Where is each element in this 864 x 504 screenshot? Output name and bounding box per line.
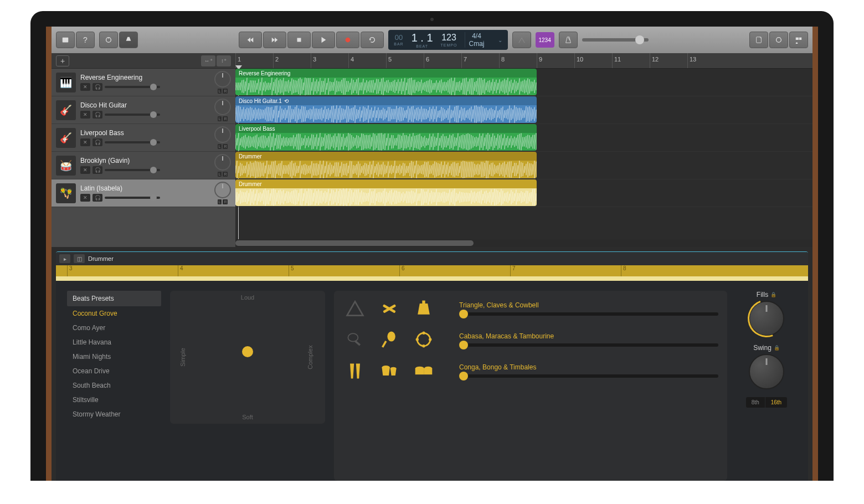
tuner-button[interactable] <box>512 32 531 48</box>
swing-8th-button[interactable]: 8th <box>746 397 765 408</box>
mute-button[interactable]: ✕ <box>80 111 90 119</box>
timeline-ruler[interactable]: 12345678910111213 <box>235 53 812 69</box>
track-header[interactable]: 🎸Disco Hit Guitar✕🎧LR <box>52 96 235 124</box>
lcd-display[interactable]: 00BAR 1 . 1BEAT 123TEMPO 4/4 Cmaj ⌄ <box>388 30 507 50</box>
track-header[interactable]: 🎹Reverse Engineering✕🎧LR <box>52 69 235 96</box>
mute-button[interactable]: ✕ <box>80 166 90 174</box>
editor-ruler[interactable]: 345678 <box>56 265 808 276</box>
preset-item[interactable]: Little Havana <box>67 335 161 349</box>
xy-puck[interactable] <box>242 346 253 357</box>
timbales-icon[interactable] <box>412 358 436 383</box>
horizontal-scrollbar[interactable] <box>235 239 812 247</box>
region-lane[interactable]: Liverpool Bass <box>235 124 812 152</box>
lcd-dropdown-icon[interactable]: ⌄ <box>498 37 502 43</box>
cabasa-icon[interactable] <box>343 327 367 352</box>
master-volume-slider[interactable] <box>582 38 649 42</box>
mute-button[interactable]: ✕ <box>80 194 90 202</box>
tambourine-icon[interactable] <box>412 327 436 352</box>
track-header[interactable]: 🥁Brooklyn (Gavin)✕🎧LR <box>52 152 235 179</box>
fills-knob[interactable] <box>749 301 784 336</box>
metronome-button[interactable] <box>559 32 578 48</box>
arrange-area[interactable]: 12345678910111213 Reverse EngineeringDis… <box>235 53 812 247</box>
volume-slider[interactable] <box>105 114 160 116</box>
region-lane[interactable]: Drummer <box>235 152 812 179</box>
ruler-mark: 7 <box>461 53 469 68</box>
preset-item[interactable]: Como Ayer <box>67 321 161 335</box>
horizontal-zoom-button[interactable]: ↔⁺ <box>201 55 215 66</box>
region-lane[interactable]: Reverse Engineering <box>235 69 812 96</box>
volume-slider[interactable] <box>105 86 160 88</box>
library-button[interactable] <box>56 32 75 48</box>
xy-label-simple: Simple <box>179 348 186 367</box>
volume-slider[interactable] <box>105 141 160 143</box>
solo-headphones-button[interactable]: 🎧 <box>92 111 102 119</box>
mute-button[interactable]: ✕ <box>80 138 90 146</box>
solo-headphones-button[interactable]: 🎧 <box>92 194 102 202</box>
track-header[interactable]: 🎸Liverpool Bass✕🎧LR <box>52 124 235 152</box>
preset-item[interactable]: Stormy Weather <box>67 407 161 421</box>
track-instrument-icon: 🪇 <box>56 183 76 203</box>
preset-item[interactable]: Coconut Grove <box>67 306 161 321</box>
swing-16th-button[interactable]: 16th <box>765 397 787 408</box>
media-browser-button[interactable] <box>789 32 808 48</box>
solo-headphones-button[interactable]: 🎧 <box>92 83 102 91</box>
triangle-icon[interactable] <box>343 296 367 321</box>
ruler-mark: 3 <box>311 53 318 68</box>
audio-region[interactable]: Liverpool Bass <box>235 124 537 151</box>
percussion-amount-slider[interactable] <box>459 374 718 378</box>
audio-region[interactable]: Reverse Engineering <box>235 69 537 95</box>
percussion-amount-slider[interactable] <box>459 312 718 316</box>
play-button[interactable] <box>312 32 335 48</box>
vertical-zoom-button[interactable]: ↕⁺ <box>217 55 231 66</box>
pan-knob[interactable] <box>214 71 231 88</box>
track-header[interactable]: 🪇Latin (Isabela)✕🎧LR <box>52 179 235 207</box>
editor-region-strip[interactable] <box>56 276 808 281</box>
editors-button[interactable] <box>119 32 138 48</box>
add-track-button[interactable]: + <box>56 55 69 66</box>
quick-help-button[interactable]: ? <box>76 32 95 48</box>
audio-region[interactable]: Drummer <box>235 179 537 206</box>
volume-slider[interactable] <box>105 197 160 199</box>
pan-knob[interactable] <box>214 154 231 171</box>
pan-knob[interactable] <box>214 99 231 115</box>
preset-item[interactable]: South Beach <box>67 378 161 393</box>
maracas-icon[interactable] <box>377 327 402 352</box>
forward-button[interactable] <box>263 32 286 48</box>
pan-knob[interactable] <box>214 126 231 143</box>
record-button[interactable] <box>336 32 359 48</box>
scrollbar-thumb[interactable] <box>235 240 474 246</box>
track-name: Brooklyn (Gavin) <box>80 157 210 164</box>
stop-button[interactable] <box>287 32 311 48</box>
region-lane[interactable]: Drummer <box>235 179 812 207</box>
percussion-amount-slider[interactable] <box>459 343 718 347</box>
smart-controls-button[interactable] <box>99 32 118 48</box>
conga-icon[interactable] <box>343 358 367 383</box>
volume-slider[interactable] <box>105 169 160 171</box>
mute-button[interactable]: ✕ <box>80 83 90 91</box>
solo-headphones-button[interactable]: 🎧 <box>92 166 102 174</box>
bongo-icon[interactable] <box>377 358 402 383</box>
svg-point-21 <box>416 338 419 341</box>
preset-item[interactable]: Ocean Drive <box>67 364 161 378</box>
swing-knob[interactable] <box>749 354 784 389</box>
notepad-button[interactable] <box>749 32 768 48</box>
claves-icon[interactable] <box>377 296 402 321</box>
cowbell-icon[interactable] <box>412 296 436 321</box>
solo-headphones-button[interactable]: 🎧 <box>92 138 102 146</box>
preset-item[interactable]: Miami Nights <box>67 349 161 364</box>
lcd-signature[interactable]: 4/4 Cmaj <box>465 32 487 48</box>
region-lane[interactable]: Disco Hit Guitar.1 ⟲ <box>235 96 812 124</box>
count-in-button[interactable]: 1234 <box>536 32 554 48</box>
audio-region[interactable]: Drummer <box>235 152 537 178</box>
preset-item[interactable]: Stiltsville <box>67 393 161 407</box>
editor-view-button-1[interactable]: ▸ <box>59 254 70 263</box>
audio-region[interactable]: Disco Hit Guitar.1 ⟲ <box>235 96 537 123</box>
editor-tab-label: Drummer <box>88 255 114 262</box>
cycle-button[interactable] <box>361 32 384 48</box>
loop-browser-button[interactable] <box>769 32 788 48</box>
rewind-button[interactable] <box>239 32 262 48</box>
xy-pad[interactable]: Loud Soft Simple Complex <box>170 291 325 424</box>
track-name: Reverse Engineering <box>80 74 210 81</box>
editor-view-button-2[interactable]: ◫ <box>74 254 85 263</box>
pan-knob[interactable] <box>214 182 231 198</box>
